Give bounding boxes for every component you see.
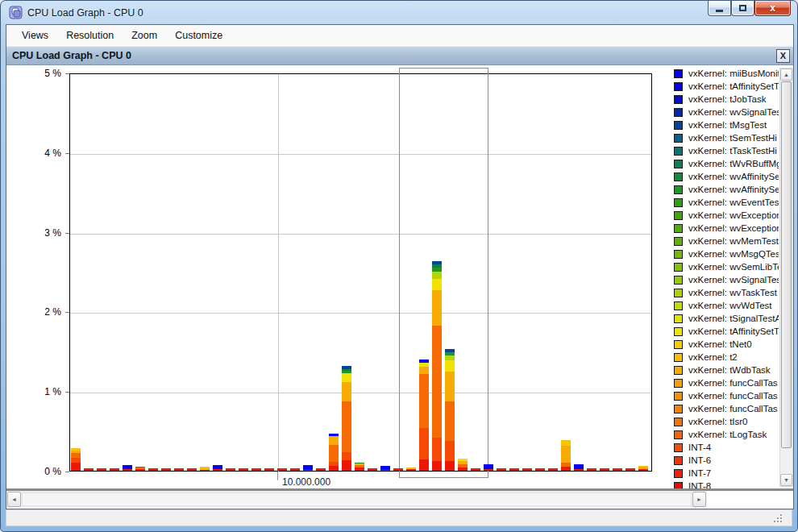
legend-color-chip (674, 108, 683, 117)
legend-item[interactable]: vxKernel: tMsgTest (670, 118, 793, 131)
stacked-bar (509, 468, 519, 472)
legend-item[interactable]: vxKernel: wvSignalTes (670, 106, 793, 118)
legend-color-chip (674, 314, 683, 323)
legend-item-label: vxKernel: wvTaskTest (688, 288, 779, 297)
plot-canvas[interactable] (69, 73, 652, 472)
stacked-bar (277, 468, 287, 472)
legend-item[interactable]: vxKernel: tNet0 (670, 338, 793, 351)
legend-item[interactable]: vxKernel: tSignalTestA (670, 312, 793, 325)
panel-close-button[interactable]: X (776, 49, 790, 63)
legend-color-chip (674, 456, 683, 465)
legend-item-label: vxKernel: tMsgTest (688, 120, 779, 130)
legend-color-chip (674, 379, 683, 388)
legend-item[interactable]: vxKernel: t2 (670, 351, 793, 364)
bar-segment (497, 468, 506, 472)
stacked-bar (419, 360, 429, 471)
legend-color-chip (674, 301, 683, 310)
legend-item[interactable]: vxKernel: wvAffinitySe (670, 183, 793, 196)
legend-color-chip (674, 263, 683, 272)
legend-color-chip (674, 405, 683, 414)
legend-item[interactable]: vxKernel: tWvRBuffMg (670, 157, 793, 170)
legend-item[interactable]: vxKernel: funcCallTas (670, 402, 793, 415)
bar-segment (174, 468, 184, 472)
bar-segment (432, 326, 442, 437)
panel-title: CPU Load Graph - CPU 0 (12, 50, 776, 61)
legend-item-label: vxKernel: wvException (688, 210, 779, 220)
legend-item-label: vxKernel: wvSignalTes (688, 275, 779, 285)
ytick-mark (65, 233, 69, 234)
scroll-up-icon[interactable]: ▲ (780, 69, 792, 81)
legend-item[interactable]: vxKernel: tIsr0 (670, 415, 793, 428)
legend-item[interactable]: vxKernel: tWdbTask (670, 364, 793, 376)
legend-color-chip (674, 482, 683, 489)
bar-segment (200, 470, 210, 472)
stacked-bar (445, 349, 455, 471)
legend-item[interactable]: vxKernel: wvMemTest (670, 235, 793, 247)
panel-titlebar[interactable]: CPU Load Graph - CPU 0 X (6, 47, 793, 65)
bar-segment (638, 469, 648, 471)
legend-item[interactable]: vxKernel: tTaskTestHi (670, 144, 793, 157)
legend-item[interactable]: INT-7 (670, 467, 793, 480)
stacked-bar (497, 468, 506, 472)
bar-segment (522, 468, 532, 472)
menu-item-customize[interactable]: Customize (166, 27, 231, 44)
legend-item[interactable]: vxKernel: wvException (670, 222, 793, 235)
bar-segment (187, 468, 197, 472)
legend-item[interactable]: vxKernel: tLogTask (670, 428, 793, 441)
stacked-bar (561, 440, 571, 471)
legend-scrollbar[interactable]: ▲ ▼ (779, 68, 793, 487)
resize-grip-icon[interactable] (771, 511, 782, 522)
bar-segment (432, 279, 442, 290)
legend-item[interactable]: vxKernel: tJobTask (670, 93, 793, 106)
scroll-left-icon[interactable]: ◄ (7, 492, 21, 507)
stacked-bar (380, 466, 390, 471)
legend-item[interactable]: vxKernel: wvWdTest (670, 299, 793, 312)
legend-item[interactable]: vxKernel: wvSemLibTe (670, 260, 793, 273)
horizontal-scrollbar-track[interactable] (22, 493, 692, 506)
menu-item-zoom[interactable]: Zoom (123, 27, 166, 44)
legend-item[interactable]: vxKernel: wvException (670, 209, 793, 222)
legend-item[interactable]: vxKernel: funcCallTas (670, 389, 793, 402)
horizontal-scrollbar[interactable]: ◄ ► (6, 491, 707, 508)
stacked-bar (342, 366, 351, 471)
legend-item[interactable]: vxKernel: funcCallTas (670, 376, 793, 389)
minimize-button[interactable] (708, 1, 731, 16)
stacked-bar (484, 464, 493, 471)
legend-item[interactable]: vxKernel: tSemTestHi (670, 131, 793, 144)
legend-color-chip (674, 353, 683, 362)
stacked-bar (522, 468, 532, 472)
legend-item[interactable]: vxKernel: miiBusMonit (670, 67, 793, 80)
legend-item-label: vxKernel: funcCallTas (688, 378, 779, 388)
legend-item[interactable]: vxKernel: wvAffinitySe (670, 170, 793, 183)
legend-scrollbar-thumb[interactable] (781, 81, 792, 448)
maximize-button[interactable] (731, 1, 754, 16)
legend-item[interactable]: vxKernel: wvTaskTest (670, 286, 793, 299)
stacked-bar (626, 468, 635, 472)
legend-color-chip (674, 185, 683, 194)
stacked-bar (135, 467, 145, 471)
menu-item-views[interactable]: Views (13, 27, 57, 44)
menu-item-resolution[interactable]: Resolution (57, 27, 123, 44)
legend-item-label: vxKernel: miiBusMonit (688, 69, 779, 78)
legend-item[interactable]: INT-8 (670, 480, 793, 488)
legend-color-chip (674, 237, 683, 246)
stacked-bar (264, 468, 274, 472)
legend-item[interactable]: vxKernel: wvMsgQTes (670, 247, 793, 260)
legend-item[interactable]: vxKernel: wvSignalTes (670, 273, 793, 286)
legend-item[interactable]: INT-4 (670, 441, 793, 454)
ytick-mark (65, 312, 69, 313)
legend-item[interactable]: vxKernel: tAffinitySetT (670, 325, 793, 338)
legend-item[interactable]: vxKernel: wvEventTes (670, 196, 793, 209)
legend-item-label: vxKernel: tAffinitySetT (688, 81, 779, 91)
stacked-bar (110, 468, 119, 472)
window-titlebar[interactable]: CPU Load Graph - CPU 0 x (1, 1, 797, 24)
legend-item[interactable]: INT-6 (670, 454, 793, 467)
scroll-down-icon[interactable]: ▼ (780, 474, 792, 486)
ytick-label: 1 % (29, 386, 61, 397)
close-button[interactable]: x (754, 1, 791, 16)
bar-segment (290, 468, 300, 472)
legend-item-label: vxKernel: wvSignalTes (688, 107, 779, 117)
scroll-right-icon[interactable]: ► (692, 492, 706, 507)
legend-color-chip (674, 134, 683, 143)
legend-item[interactable]: vxKernel: tAffinitySetT (670, 80, 793, 93)
